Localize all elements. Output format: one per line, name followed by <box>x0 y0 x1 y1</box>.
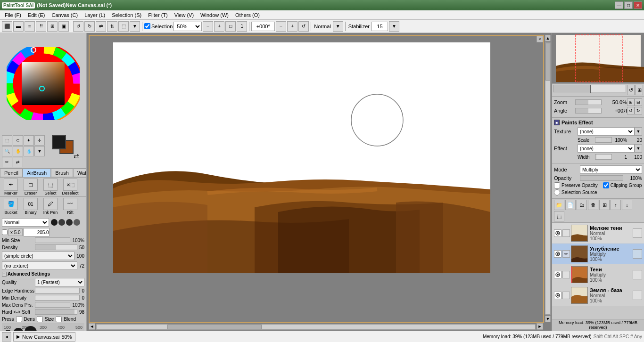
toolbar-btn-3[interactable]: ≡ <box>25 21 35 32</box>
layer-3-link[interactable] <box>562 271 570 278</box>
mode-select[interactable]: Normal Multiply Screen <box>2 218 49 227</box>
angle-btn-2[interactable]: ↻ <box>635 107 642 114</box>
density-slider[interactable] <box>35 244 77 250</box>
layer-btn-7[interactable]: ↓ <box>622 200 632 210</box>
layer-2-mask[interactable] <box>633 249 642 259</box>
style-dot-2[interactable] <box>58 219 65 226</box>
drawing-surface[interactable] <box>113 42 490 273</box>
press-size-cb[interactable] <box>37 316 43 322</box>
toolbar-rotate-ccw[interactable]: ↺ <box>73 21 83 32</box>
rift-tool[interactable]: 〰 Rift <box>60 198 80 215</box>
scroll-up-btn[interactable]: ▲ <box>545 35 551 41</box>
menu-canvas[interactable]: Canvas (C) <box>49 11 81 19</box>
canvas-corner-btn[interactable]: × <box>537 36 543 42</box>
effect-expand-btn[interactable]: ▼ <box>635 144 642 153</box>
close-button[interactable]: ✕ <box>634 1 642 9</box>
menu-others[interactable]: Others (O) <box>232 11 263 19</box>
layer-delete[interactable]: 🗑 <box>588 200 598 210</box>
press-blend-cb[interactable] <box>56 316 62 322</box>
zoom-btn-2[interactable]: ⊟ <box>635 98 642 106</box>
toolbar-flip-h[interactable]: ⇄ <box>96 21 106 32</box>
bucket-tool[interactable]: 🪣 Bucket <box>1 198 21 215</box>
texture-expand-btn[interactable]: ▼ <box>635 127 642 136</box>
mode-dropdown-btn[interactable]: ▼ <box>333 21 343 32</box>
paints-effect-toggle[interactable]: ■ <box>554 120 560 125</box>
toolbar-dropdown[interactable]: ▼ <box>130 21 140 32</box>
texture-effect-select[interactable]: (none) <box>578 127 635 136</box>
color-wheel-svg[interactable] <box>7 47 80 120</box>
zoom-minus[interactable]: − <box>203 21 213 32</box>
minimize-button[interactable]: — <box>615 1 623 9</box>
zoom-dropdown[interactable]: 50% 25% 100% 200% <box>173 22 202 31</box>
style-dot-1[interactable] <box>51 219 58 226</box>
layer-3-mask[interactable] <box>633 270 642 279</box>
layer-4-link[interactable] <box>562 292 570 299</box>
layer-item-3[interactable]: Тени Multiply 100% <box>552 264 644 285</box>
angle-input[interactable] <box>251 22 275 31</box>
zoom-tool[interactable]: 🔍 <box>2 146 12 156</box>
fg-color-swatch[interactable] <box>52 135 66 149</box>
toolbar-btn-2[interactable]: ▬ <box>13 21 24 32</box>
eyedropper-tool[interactable]: 💧 <box>24 146 34 156</box>
nav-reset[interactable]: ↺ <box>627 85 635 95</box>
angle-plus[interactable]: + <box>287 21 297 32</box>
canvas-area[interactable]: × <box>87 33 552 331</box>
angle-reset[interactable]: ↺ <box>298 21 309 32</box>
scroll-left-btn[interactable]: ◄ <box>89 323 95 330</box>
layer-2-vis[interactable] <box>554 250 561 258</box>
layer-mode-select[interactable]: Multiply Normal Screen Overlay <box>580 165 642 174</box>
menu-file[interactable]: File (F) <box>2 11 24 19</box>
toolbar-btn-5[interactable]: ⊞ <box>47 21 58 32</box>
status-filename[interactable]: ▶ New Canvas.sai 50% <box>13 332 75 342</box>
zoom-btn-1[interactable]: ⊞ <box>627 98 635 106</box>
swap-colors-icon[interactable]: ⇄ <box>74 152 79 160</box>
tab-water[interactable]: Water <box>73 169 87 177</box>
angle-btn-1[interactable]: ↺ <box>627 107 635 114</box>
eraser-tool[interactable]: ◻ Eraser <box>21 179 41 195</box>
preserve-opacity-cb[interactable] <box>554 182 560 188</box>
layer-new[interactable]: 📄 <box>565 200 576 210</box>
toolbar-btn-4[interactable]: ⠿ <box>36 21 46 32</box>
layer-new-folder[interactable]: 🗂 <box>577 200 587 210</box>
binary-tool[interactable]: 01 Binary <box>21 198 41 215</box>
layer-new-set[interactable]: 📁 <box>554 200 564 210</box>
status-nav-left[interactable]: ◄ <box>2 332 11 342</box>
width-slider[interactable] <box>595 154 612 160</box>
layer-btn-5[interactable]: ⊞ <box>599 200 610 210</box>
min-density-slider[interactable] <box>35 295 80 301</box>
size-dot-1[interactable] <box>4 330 12 331</box>
deselect-tool[interactable]: ✕⬚ Deselect <box>60 179 80 195</box>
toolbar-btn-1[interactable]: ⬛ <box>2 21 12 32</box>
select-rect-tool[interactable]: ⬚ <box>2 135 12 146</box>
pen-tool[interactable]: ✏ <box>2 157 12 167</box>
select-lasso-tool[interactable]: ⊂ <box>13 135 23 146</box>
min-size-slider[interactable] <box>35 237 70 243</box>
layer-4-mask[interactable] <box>633 291 642 300</box>
zoom-fit[interactable]: □ <box>225 21 236 32</box>
size-input[interactable] <box>24 228 50 236</box>
tab-pencil[interactable]: Pencil <box>0 169 23 177</box>
toolbar-zoom-canvas[interactable]: ⬚ <box>118 21 129 32</box>
layer-4-vis[interactable] <box>554 292 561 299</box>
menu-selection[interactable]: Selection (S) <box>109 11 144 19</box>
style-dot-4[interactable] <box>74 219 80 226</box>
layer-item-2[interactable]: ✏ Углубление Multiply 100% <box>552 244 644 264</box>
menu-filter[interactable]: Filter (T) <box>145 11 171 19</box>
h-scrollbar-thumb[interactable] <box>167 325 262 329</box>
layer-item-1[interactable]: Мелкие тени Normal 100% <box>552 223 644 244</box>
advanced-settings-toggle[interactable]: − Advanced Settings <box>2 271 84 277</box>
menu-edit[interactable]: Edit (E) <box>25 11 48 19</box>
clipping-group-cb[interactable] <box>603 182 609 188</box>
toolbar-rotate-cw[interactable]: ↻ <box>84 21 95 32</box>
marker-tool[interactable]: ✒ Marker <box>1 179 21 195</box>
style-dot-3[interactable] <box>66 219 73 226</box>
texture-select[interactable]: (no texture) <box>2 261 77 270</box>
v-scrollbar-thumb[interactable] <box>545 43 550 81</box>
v-scrollbar[interactable] <box>545 42 551 315</box>
angle-bar[interactable] <box>575 108 602 114</box>
selection-source-radio[interactable] <box>554 189 560 195</box>
opacity-slider[interactable] <box>580 175 623 181</box>
zoom-bar[interactable] <box>575 99 602 105</box>
scroll-right-btn[interactable]: ► <box>537 323 543 330</box>
extra-tool[interactable]: ⇄ <box>13 157 23 167</box>
